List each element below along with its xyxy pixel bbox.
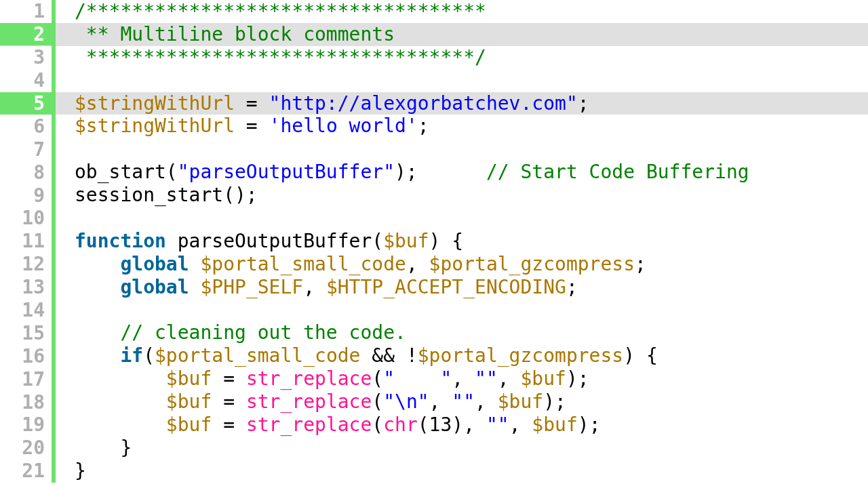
code-line: 15 // cleaning out the code. xyxy=(0,321,868,344)
line-number: 7 xyxy=(0,138,52,161)
token-plain xyxy=(75,414,166,436)
token-variable: $buf xyxy=(166,367,212,390)
token-comment: ** Multiline block comments xyxy=(75,23,395,45)
token-comment: // cleaning out the code. xyxy=(120,321,406,344)
token-string: "" xyxy=(475,367,498,390)
line-number: 8 xyxy=(0,161,52,184)
token-string: "parseOutputBuffer" xyxy=(178,161,395,183)
token-comment: /*********************************** xyxy=(75,0,486,22)
token-string: "" xyxy=(486,414,509,436)
line-number: 16 xyxy=(0,345,52,367)
token-plain: = xyxy=(235,115,269,137)
token-plain: ; xyxy=(635,253,646,275)
code-content: session_start(); xyxy=(56,184,868,207)
token-plain: ; xyxy=(566,276,578,298)
token-plain: session_start(); xyxy=(75,184,258,206)
code-line: 16 if($portal_small_code && !$portal_gzc… xyxy=(0,344,868,367)
token-string: 'hello world' xyxy=(269,115,418,137)
token-keyword: global xyxy=(120,276,189,298)
code-content: function parseOutputBuffer($buf) { xyxy=(56,230,868,253)
token-function: str_replace xyxy=(246,414,372,436)
line-number: 11 xyxy=(0,230,52,252)
code-line: 21} xyxy=(0,460,868,483)
token-plain: ; xyxy=(578,92,589,115)
token-plain: , xyxy=(429,390,452,413)
code-content: } xyxy=(56,437,868,460)
token-keyword: global xyxy=(120,253,189,275)
token-variable: $portal_gzcompress xyxy=(429,253,635,275)
code-content: **********************************/ xyxy=(56,46,868,69)
code-content: /*********************************** xyxy=(56,0,868,23)
token-plain: ; xyxy=(418,115,429,137)
token-plain: } xyxy=(75,437,132,459)
token-plain xyxy=(75,390,166,413)
token-plain: ob_start( xyxy=(75,161,178,183)
code-line: 7 xyxy=(0,138,868,161)
code-line: 8ob_start("parseOutputBuffer"); // Start… xyxy=(0,161,868,184)
token-string: "\n" xyxy=(383,390,429,413)
token-variable: $buf xyxy=(532,414,577,436)
token-plain: ); xyxy=(543,390,566,413)
code-content: ob_start("parseOutputBuffer"); // Start … xyxy=(56,161,868,184)
token-plain: ); xyxy=(578,414,601,436)
code-content xyxy=(56,69,868,92)
code-content: if($portal_small_code && !$portal_gzcomp… xyxy=(56,344,868,367)
token-plain: (13), xyxy=(418,414,486,436)
token-variable: $stringWithUrl xyxy=(75,92,235,115)
token-plain: ( xyxy=(372,414,383,436)
code-content: ** Multiline block comments xyxy=(56,23,868,46)
token-plain: , xyxy=(406,253,429,275)
code-line: 11function parseOutputBuffer($buf) { xyxy=(0,230,868,253)
line-number: 17 xyxy=(0,368,52,390)
token-plain: && ! xyxy=(360,344,417,367)
line-number: 2 xyxy=(0,23,52,45)
token-string: " " xyxy=(383,367,452,390)
token-variable: $stringWithUrl xyxy=(75,115,235,137)
token-string: "" xyxy=(452,390,475,413)
code-line: 3 **********************************/ xyxy=(0,46,868,69)
token-string: "http://alexgorbatchev.com" xyxy=(269,92,578,115)
token-plain: , xyxy=(303,276,326,298)
code-line: 9session_start(); xyxy=(0,184,868,207)
token-keyword: function xyxy=(75,230,166,252)
token-plain: = xyxy=(212,390,246,413)
code-line: 17 $buf = str_replace(" ", "", $buf); xyxy=(0,367,868,390)
code-content: $buf = str_replace(" ", "", $buf); xyxy=(56,367,868,390)
line-number: 15 xyxy=(0,322,52,344)
token-plain: , xyxy=(475,390,498,413)
token-comment: **********************************/ xyxy=(75,46,486,68)
token-plain: , xyxy=(498,367,521,390)
code-line: 18 $buf = str_replace("\n", "", $buf); xyxy=(0,390,868,414)
token-variable: $portal_small_code xyxy=(200,253,406,275)
token-plain xyxy=(75,344,120,367)
token-plain xyxy=(75,367,166,390)
token-plain: ); xyxy=(395,161,486,183)
token-variable: $portal_small_code xyxy=(155,344,360,367)
code-content: $stringWithUrl = 'hello world'; xyxy=(56,115,868,138)
code-line: 12 global $portal_small_code, $portal_gz… xyxy=(0,253,868,276)
token-variable: $buf xyxy=(383,230,429,252)
line-number: 1 xyxy=(0,0,52,22)
code-content: global $portal_small_code, $portal_gzcom… xyxy=(56,253,868,276)
code-line: 20 } xyxy=(0,437,868,460)
code-content: $buf = str_replace(chr(13), "", $buf); xyxy=(56,414,868,437)
code-content: // cleaning out the code. xyxy=(56,321,868,344)
token-comment: // Start Code Buffering xyxy=(486,161,749,183)
token-plain: = xyxy=(212,367,246,390)
code-content: } xyxy=(56,460,868,483)
token-plain xyxy=(75,276,120,298)
code-line: 2 ** Multiline block comments xyxy=(0,23,868,46)
token-plain: = xyxy=(212,414,246,436)
token-plain: ) { xyxy=(429,230,464,252)
token-plain xyxy=(189,253,201,275)
token-variable: $buf xyxy=(166,414,212,436)
line-number: 5 xyxy=(0,92,52,115)
token-variable: $buf xyxy=(166,390,212,413)
code-line: 10 xyxy=(0,207,868,230)
token-variable: $buf xyxy=(498,390,543,413)
code-line: 6$stringWithUrl = 'hello world'; xyxy=(0,115,868,138)
line-number: 10 xyxy=(0,207,52,229)
line-number: 13 xyxy=(0,276,52,298)
token-plain: parseOutputBuffer( xyxy=(166,230,383,252)
code-content: $buf = str_replace("\n", "", $buf); xyxy=(56,390,868,414)
